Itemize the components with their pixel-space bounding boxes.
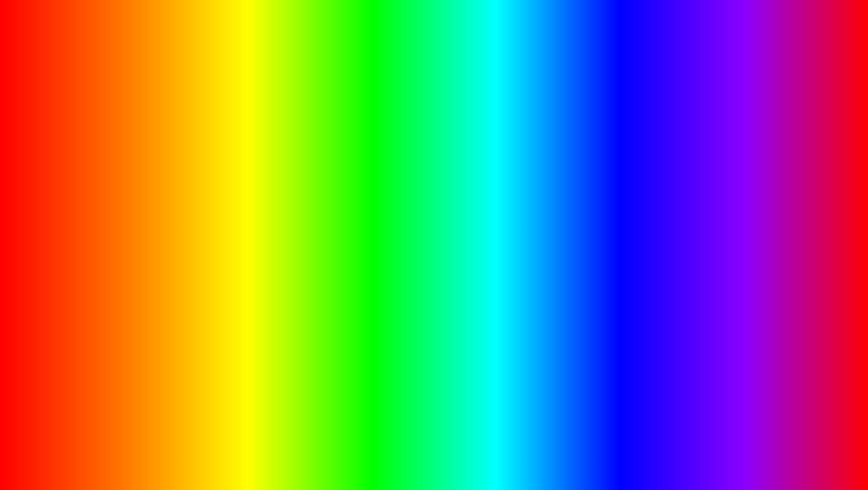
toggle-auto-farm[interactable] [135,199,142,205]
panel-right-hub-sub: Welcome To Ze [608,143,768,149]
feature-auto-electricclaw: Auto ElectricClaw หนังไฟฟ้า [588,260,708,276]
feature-auto-sharkman: Auto Sharkman องได้พลังสามา [588,243,708,260]
auto-fighting-label: Auto Fighting [588,182,708,191]
panel-right-nav-dungeon[interactable]: Dungeon [776,155,841,169]
toggle-fast-attack[interactable] [251,215,258,221]
panel-right-nav-autoitem[interactable]: AutoItem [647,155,712,169]
toggle-black-screen[interactable] [251,278,258,285]
toggle-sharkman[interactable] [702,248,708,254]
logo-fruits: FRUITS [788,454,856,477]
panel-left-settings-label: Settings [238,173,258,179]
panel-left-time: 09:18:37 | May 03, 2023 [190,140,243,145]
toggle-deathstep[interactable] [702,232,708,238]
toggle-farm-ectoplasm[interactable] [829,248,835,254]
panel-right: Z Zee Hub Welcome To Ze 09:19:17 | May 0… [581,129,842,292]
title-fruits: FRUITS [432,13,662,90]
feature-auto-fully-superhuman: Auto Fully Superhuman องได้ทักษะทุกกรดล [588,210,708,227]
feature-auto-oder-sword: Auto Oder Sword [715,275,835,285]
panel-left-nav-stats[interactable]: Stats/TP [145,155,204,169]
feature-bring-monster: Bring Monster ดึงมอน [149,243,258,260]
timer-display: 0:30:14 [403,338,465,356]
panel-left-hub-name: Zee Hub [54,136,190,143]
toggle-auto-haki[interactable] [251,265,258,271]
panel-left-nav-main[interactable]: Main [27,155,86,169]
feature-auto-farm-fast: Auto Farm Fast ฟาร์มผ่านคนสินค้าลองฟ้า [33,211,142,227]
feature-auto-musketeer-hat: Auto Musketeer Hat หมวกกอน [715,193,835,210]
feature-auto-deathstep: AutoDeathStep องได้ดาร์ก [588,227,708,243]
auto-world-label: Auto World [33,248,142,256]
feature-auto-rengoku: Auto Rengoku ดาบแสนใทฤ [715,227,835,243]
toggle-auto-farm-fast[interactable] [135,216,142,222]
panel-left-main-label: Main [33,173,45,179]
select-weapon-arrow: ▼ [252,199,258,205]
skull-icon: 💀 [747,436,783,472]
toggle-godhuman[interactable] [702,198,708,205]
feature-auto-farm-ectoplasm: Auto Farm Ectoplasm เลดออกแมว [715,243,835,260]
toggle-electricclaw[interactable] [702,265,708,271]
feature-auto-rainbow-haki: Auto Rainbow Haki อากาสิฐ [715,210,835,227]
toggle-auto-third-world[interactable] [135,277,142,284]
feature-fast-attack: Fast Attack โจมตีรวดเร็ว [149,210,258,227]
feature-auto-dragontalon: Auto DragonTalon [588,276,708,287]
panel-right-logo: Z [588,134,604,151]
select-weapon-row[interactable]: Select Weapon เลือกอาวุธ : Melee ▼ [149,194,258,210]
toggle-musketeer-hat[interactable] [829,198,835,205]
toggle-superhuman[interactable] [702,215,708,221]
blox-fruits-bottom-logo: BLOX FRUITS [788,431,856,477]
auto-farm-text: AUTO FARM [13,431,240,477]
toggle-dragontalon[interactable] [702,278,708,285]
script-text: SCRIPT [249,439,359,475]
logo-blox: BLOX [795,431,848,454]
feature-auto-new-world: Auto New World จัดโนมิติโนโลก2 [33,259,142,276]
toggle-rainbow-haki[interactable] [829,215,835,221]
panel-left-logo: Z [33,134,49,151]
autoitem-2-label: AutoItem 2/2 [805,173,835,179]
toggle-auto-farm-mon-aura[interactable] [135,232,142,239]
panel-left-nav-autoitem[interactable]: AutoItem [86,155,145,169]
settings-sublabel: Settings [149,183,258,192]
feature-black-screen: Black Screen [149,276,258,287]
title-blox: BLOX [206,13,385,90]
autofarm-label: AutoFarm [33,183,142,192]
panel-right-time: 09:19:17 | May 03, 2023 [768,140,821,145]
panel-right-hub-name: Zee Hub [608,136,768,143]
feature-auto-haki: Auto Haki เปิดฮากิ [149,260,258,276]
toggle-bring-monster[interactable] [251,248,258,254]
feature-auto-third-world: Auto Third World [33,276,142,286]
panel-left-hub-sub: Welcome To Z [54,143,190,149]
autoitem-1-label: AutoItem 1/2 [588,173,618,179]
pastebin-text: PASTEBIN [368,439,518,475]
toggle-auto-new-world[interactable] [135,264,142,270]
feature-auto-farm-mon-aura: Auto Farm Mon Aura องไล่ฟาร์มบนมอนอมบ [33,227,142,244]
panel-left: Z Zee Hub Welcome To Z 09:18:37 | May 03… [26,129,264,292]
panel-right-discord-icon[interactable]: ◎ [824,137,835,148]
toggle-oder-sword[interactable] [829,276,835,283]
feature-auto-fully-godhuman: Auto Fully Godhuman องได้ทักษะทุกกรดล [588,193,708,210]
auto-item-label: Auto Item [715,182,835,191]
toggle-fast-attack-noob[interactable] [251,232,258,238]
toggle-rengoku[interactable] [829,232,835,238]
panel-right-nav-main[interactable]: Main [582,155,647,169]
bottom-text-group: AUTO FARM SCRIPT PASTEBIN [13,431,518,477]
panel-right-nav-stats[interactable]: Stats/TP [711,155,776,169]
feature-auto-farm: Auto Farm ฟาร์มแบบอัตโนมัติ [33,194,142,211]
oder-sword-label: Oder Sword [715,263,835,272]
feature-fast-attack-noob: Fast Attack Noob Mobile โจมตีรวดเร็วมือถ… [149,227,258,243]
panel-left-discord-icon[interactable]: ◎ [247,137,258,148]
bottom-logo: 💀 BLOX FRUITS [747,431,856,477]
panel-left-nav-dungeon[interactable]: Dungeon [204,155,263,169]
